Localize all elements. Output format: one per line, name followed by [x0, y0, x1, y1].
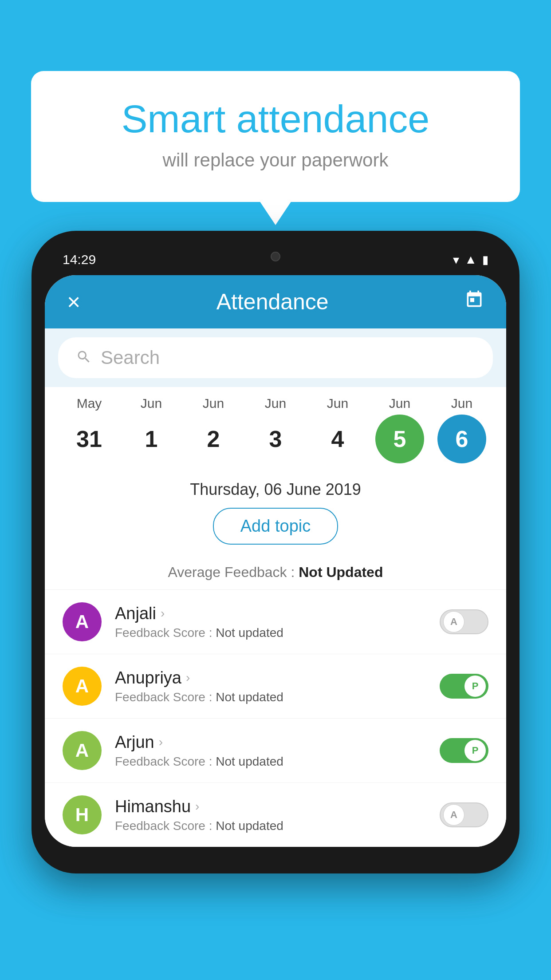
feedback-value: Not Updated	[299, 564, 383, 580]
search-input-wrapper[interactable]: Search	[58, 337, 493, 378]
close-button[interactable]: ×	[67, 288, 80, 315]
student-name: Anjali ›	[115, 604, 440, 623]
cal-month: May	[77, 396, 102, 411]
cal-month: Jun	[451, 396, 472, 411]
speech-bubble-title: Smart attendance	[67, 98, 484, 141]
student-avatar: A	[63, 667, 102, 706]
student-name: Himanshu ›	[115, 797, 440, 816]
phone-screen: × Attendance Search	[45, 275, 506, 847]
attendance-toggle[interactable]: A	[440, 609, 488, 634]
student-item-1[interactable]: AAnupriya ›Feedback Score : Not updatedP	[45, 654, 506, 718]
signal-icon: ▲	[464, 253, 477, 267]
calendar-col-1[interactable]: Jun1	[122, 396, 180, 463]
wifi-icon: ▾	[453, 253, 459, 267]
cal-month: Jun	[389, 396, 410, 411]
chevron-icon: ›	[159, 735, 163, 749]
attendance-toggle[interactable]: P	[440, 738, 488, 763]
feedback-summary: Average Feedback : Not Updated	[45, 564, 506, 589]
cal-month: Jun	[141, 396, 162, 411]
student-item-2[interactable]: AArjun ›Feedback Score : Not updatedP	[45, 718, 506, 782]
toggle-knob: A	[443, 611, 464, 632]
speech-bubble-container: Smart attendance will replace your paper…	[31, 71, 520, 202]
calendar-col-2[interactable]: Jun2	[185, 396, 242, 463]
phone-frame: 14:29 ▾ ▲ ▮ × Attendance	[31, 231, 520, 873]
student-avatar: A	[63, 731, 102, 770]
student-avatar: H	[63, 795, 102, 834]
student-info: Anupriya ›Feedback Score : Not updated	[115, 668, 440, 704]
student-avatar: A	[63, 602, 102, 641]
status-time: 14:29	[63, 252, 96, 267]
cal-month: Jun	[327, 396, 348, 411]
student-info: Himanshu ›Feedback Score : Not updated	[115, 797, 440, 833]
cal-day[interactable]: 2	[189, 415, 238, 463]
student-feedback: Feedback Score : Not updated	[115, 755, 440, 769]
search-bar: Search	[45, 328, 506, 387]
cal-day[interactable]: 3	[251, 415, 300, 463]
status-bar: 14:29 ▾ ▲ ▮	[45, 244, 506, 275]
add-topic-button[interactable]: Add topic	[213, 508, 338, 545]
student-info: Anjali ›Feedback Score : Not updated	[115, 604, 440, 640]
toggle-knob: P	[464, 740, 486, 761]
calendar-icon[interactable]	[464, 290, 484, 314]
cal-day[interactable]: 6	[437, 415, 486, 463]
chevron-icon: ›	[161, 606, 165, 620]
cal-day[interactable]: 31	[65, 415, 114, 463]
cal-day[interactable]: 5	[375, 415, 424, 463]
speech-bubble: Smart attendance will replace your paper…	[31, 71, 520, 202]
calendar-col-6[interactable]: Jun6	[433, 396, 491, 463]
student-item-3[interactable]: HHimanshu ›Feedback Score : Not updatedA	[45, 782, 506, 847]
cal-day[interactable]: 4	[313, 415, 362, 463]
chevron-icon: ›	[186, 671, 190, 685]
feedback-label: Average Feedback :	[168, 564, 299, 580]
student-feedback: Feedback Score : Not updated	[115, 626, 440, 640]
calendar-strip: May31Jun1Jun2Jun3Jun4Jun5Jun6	[45, 387, 506, 468]
student-feedback: Feedback Score : Not updated	[115, 819, 440, 833]
app-header: × Attendance	[45, 275, 506, 328]
toggle-knob: A	[443, 804, 464, 826]
search-icon	[76, 349, 92, 367]
chevron-icon: ›	[195, 799, 199, 814]
selected-date: Thursday, 06 June 2019	[45, 468, 506, 508]
attendance-toggle[interactable]: P	[440, 674, 488, 699]
notch	[249, 244, 302, 269]
status-icons: ▾ ▲ ▮	[453, 253, 488, 267]
cal-month: Jun	[265, 396, 286, 411]
student-name: Anupriya ›	[115, 668, 440, 688]
app-title: Attendance	[216, 289, 329, 315]
calendar-col-5[interactable]: Jun5	[371, 396, 429, 463]
calendar-col-0[interactable]: May31	[60, 396, 118, 463]
student-list: AAnjali ›Feedback Score : Not updatedAAA…	[45, 589, 506, 847]
student-info: Arjun ›Feedback Score : Not updated	[115, 733, 440, 769]
student-name: Arjun ›	[115, 733, 440, 752]
calendar-col-3[interactable]: Jun3	[247, 396, 304, 463]
speech-bubble-subtitle: will replace your paperwork	[67, 150, 484, 171]
student-feedback: Feedback Score : Not updated	[115, 690, 440, 704]
cal-month: Jun	[203, 396, 224, 411]
attendance-toggle[interactable]: A	[440, 802, 488, 827]
calendar-months: May31Jun1Jun2Jun3Jun4Jun5Jun6	[49, 396, 502, 463]
phone-container: 14:29 ▾ ▲ ▮ × Attendance	[31, 231, 520, 873]
student-item-0[interactable]: AAnjali ›Feedback Score : Not updatedA	[45, 589, 506, 654]
camera-dot	[271, 252, 280, 261]
toggle-knob: P	[464, 676, 486, 697]
cal-day[interactable]: 1	[127, 415, 176, 463]
search-placeholder: Search	[101, 347, 160, 368]
battery-icon: ▮	[482, 253, 488, 267]
calendar-col-4[interactable]: Jun4	[309, 396, 366, 463]
